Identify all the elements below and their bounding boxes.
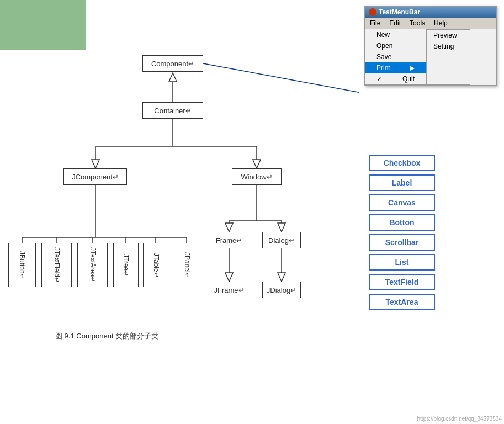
panel-item-list: List xyxy=(369,254,435,271)
node-jframe: JFrame↵ xyxy=(210,282,248,298)
panel-item-textarea: TextArea xyxy=(369,294,435,310)
titlebar-icon xyxy=(369,8,376,16)
panel-item-scrollbar: Scrollbar xyxy=(369,234,435,251)
menu-edit[interactable]: Edit xyxy=(385,18,405,28)
window-title: TestMenuBar xyxy=(379,8,420,16)
node-dialog: Dialog↵ xyxy=(262,232,301,248)
node-jpanel: JPanel↵ xyxy=(174,243,200,287)
menu-window: TestMenuBar File Edit Tools Help New Ope… xyxy=(364,6,497,86)
node-jtextarea: JTextArea↵ xyxy=(77,243,108,287)
menu-item-print[interactable]: Print ▶ xyxy=(365,62,426,73)
panel-item-canvas: Canvas xyxy=(369,194,435,211)
check-icon: ✓ xyxy=(376,75,382,83)
node-jtextfield: JTextField↵ xyxy=(41,243,72,287)
panel-item-label: Label xyxy=(369,174,435,191)
panel-item-botton: Botton xyxy=(369,214,435,231)
node-container: Container↵ xyxy=(142,102,203,119)
print-submenu: Preview Setting xyxy=(426,29,470,85)
menu-tools[interactable]: Tools xyxy=(405,18,429,28)
node-jcomponent: JComponent↵ xyxy=(63,168,127,185)
panel-item-textfield: TextField xyxy=(369,274,435,290)
file-dropdown-container: New Open Save Print ▶ ✓ Quit Preview Set… xyxy=(365,29,496,85)
menu-file[interactable]: File xyxy=(365,18,385,28)
node-jdialog: JDialog↵ xyxy=(262,282,301,298)
watermark: https://blog.csdn.net/qq_34573534 xyxy=(417,416,502,422)
node-jtree: JTree↵ xyxy=(113,243,139,287)
menu-item-save[interactable]: Save xyxy=(365,51,426,62)
menu-help[interactable]: Help xyxy=(429,18,452,28)
node-window: Window↵ xyxy=(232,168,282,185)
submenu-item-preview[interactable]: Preview xyxy=(427,30,470,41)
menu-item-new[interactable]: New xyxy=(365,29,426,40)
right-panel: Checkbox Label Canvas Botton Scrollbar L… xyxy=(369,155,435,310)
menu-item-open[interactable]: Open xyxy=(365,40,426,51)
diagram-caption: 图 9.1 Component 类的部分子类 xyxy=(55,331,158,341)
panel-item-checkbox: Checkbox xyxy=(369,155,435,171)
arrow-icon: ▶ xyxy=(410,64,415,72)
node-frame: Frame↵ xyxy=(210,232,248,248)
node-jtable: JTable↵ xyxy=(143,243,169,287)
menu-titlebar: TestMenuBar xyxy=(365,7,496,18)
menubar: File Edit Tools Help xyxy=(365,18,496,29)
diagram-area: Component↵ Container↵ JComponent↵ Window… xyxy=(0,0,359,424)
node-jbutton: JButton↵ xyxy=(8,243,36,287)
file-dropdown: New Open Save Print ▶ ✓ Quit xyxy=(365,29,426,85)
node-component: Component↵ xyxy=(142,55,203,72)
submenu-item-setting[interactable]: Setting xyxy=(427,41,470,52)
menu-item-quit[interactable]: ✓ Quit xyxy=(365,73,426,84)
